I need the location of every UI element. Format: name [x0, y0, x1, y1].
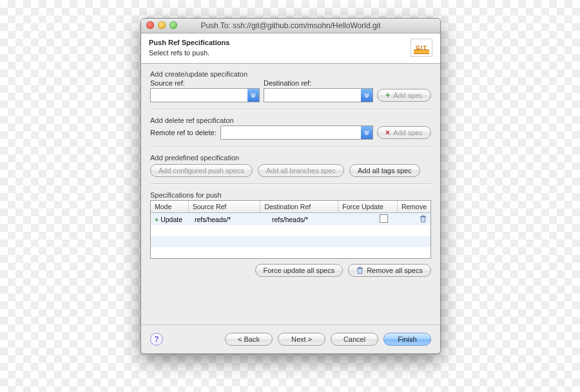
spec-table: Mode Source Ref Destination Ref Force Up… — [150, 200, 431, 259]
col-force[interactable]: Force Update — [338, 201, 398, 212]
trash-icon — [356, 266, 363, 275]
page-subtitle: Select refs to push. — [149, 49, 229, 57]
remote-ref-combo[interactable] — [220, 126, 373, 140]
source-ref-label: Source ref: — [150, 79, 260, 87]
plus-icon: + — [385, 91, 390, 99]
spec-table-label: Specifications for push — [150, 191, 431, 199]
plus-icon: + — [155, 216, 159, 223]
dialog-window: Push To: ssh://git@github.com/msohn/Hell… — [140, 18, 441, 354]
add-configured-button[interactable]: Add configured push specs — [150, 164, 253, 177]
predefined-label: Add predefined specification — [150, 154, 431, 162]
table-row — [151, 247, 430, 258]
add-branches-button[interactable]: Add all branches spec — [258, 164, 344, 177]
add-spec-label: Add spec — [393, 91, 423, 99]
cell-mode: Update — [160, 216, 182, 223]
cancel-button[interactable]: Cancel — [331, 333, 378, 346]
window-controls — [146, 21, 177, 29]
dest-ref-combo[interactable] — [264, 88, 373, 102]
next-button[interactable]: Next > — [278, 333, 325, 346]
dropdown-icon[interactable] — [361, 126, 372, 139]
remote-ref-input[interactable] — [221, 126, 361, 139]
dialog-header: Push Ref Specifications Select refs to p… — [141, 33, 440, 64]
remove-all-button[interactable]: Remove all specs — [348, 264, 431, 277]
page-title: Push Ref Specifications — [149, 39, 229, 46]
window-title: Push To: ssh://git@github.com/msohn/Hell… — [200, 21, 380, 30]
dialog-footer: ? < Back Next > Cancel Finish — [141, 324, 440, 353]
git-logo-icon: GIT — [411, 39, 432, 57]
zoom-icon[interactable] — [169, 21, 177, 29]
table-header: Mode Source Ref Destination Ref Force Up… — [151, 201, 430, 213]
dest-ref-input[interactable] — [264, 89, 361, 102]
create-update-label: Add create/update specificaton — [150, 70, 431, 78]
x-icon: × — [385, 129, 390, 136]
minimize-icon[interactable] — [158, 21, 166, 29]
col-remove[interactable]: Remove — [398, 201, 430, 212]
trash-icon[interactable] — [420, 216, 427, 224]
col-dest[interactable]: Destination Ref — [260, 201, 338, 212]
force-update-all-button[interactable]: Force update all specs — [255, 264, 343, 277]
back-button[interactable]: < Back — [225, 333, 273, 346]
close-icon[interactable] — [146, 21, 154, 29]
git-logo-text: GIT — [416, 44, 427, 51]
remove-all-label: Remove all specs — [367, 266, 423, 274]
cell-dest: refs/heads/* — [268, 214, 352, 225]
add-create-spec-button[interactable]: + Add spec — [377, 89, 431, 102]
titlebar[interactable]: Push To: ssh://git@github.com/msohn/Hell… — [141, 19, 440, 33]
add-delete-spec-button[interactable]: × Add spec — [377, 126, 431, 139]
add-tags-button[interactable]: Add all tags spec — [349, 164, 420, 177]
dropdown-icon[interactable] — [361, 89, 372, 102]
source-ref-input[interactable] — [151, 89, 247, 102]
table-row — [151, 236, 430, 247]
col-source[interactable]: Source Ref — [189, 201, 261, 212]
remote-ref-label: Remote ref to delete: — [150, 129, 217, 136]
dropdown-icon[interactable] — [247, 89, 259, 102]
force-all-label: Force update all specs — [264, 266, 335, 274]
finish-button[interactable]: Finish — [383, 333, 431, 346]
help-icon[interactable]: ? — [150, 333, 163, 346]
table-body: +Update refs/heads/* refs/heads/* — [151, 213, 430, 258]
table-row[interactable]: +Update refs/heads/* refs/heads/* — [151, 213, 430, 225]
col-mode[interactable]: Mode — [151, 201, 189, 212]
source-ref-combo[interactable] — [150, 88, 260, 102]
force-checkbox[interactable] — [380, 214, 388, 223]
table-row — [151, 225, 430, 236]
cell-source: refs/heads/* — [191, 214, 268, 225]
dest-ref-label: Destination ref: — [264, 79, 373, 87]
add-spec-label: Add spec — [393, 129, 423, 136]
delete-spec-label: Add delete ref specificaton — [150, 117, 431, 124]
